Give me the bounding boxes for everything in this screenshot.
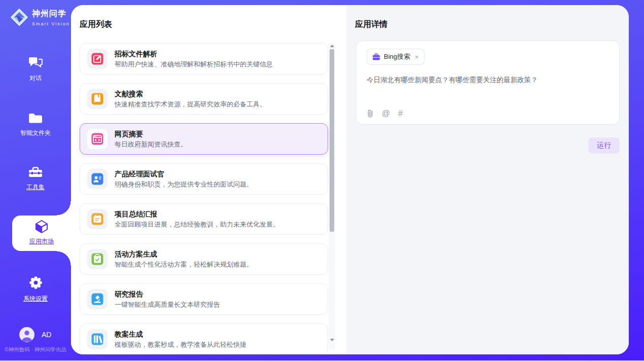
app-card-title: 产品经理面试官	[115, 169, 253, 178]
copyright-text: ©神州数码 · 神州问学出品	[5, 346, 66, 353]
user-name: AD	[42, 331, 51, 339]
app-detail-title: 应用详情	[346, 5, 629, 29]
briefcase-icon	[372, 53, 380, 61]
hash-icon[interactable]: #	[398, 110, 403, 118]
user-account[interactable]: AD	[19, 327, 51, 342]
app-card-bid-parsing[interactable]: 招标文件解析 帮助用户快速、准确地理解和解析招标书中的关键信息	[80, 43, 328, 75]
at-icon[interactable]: @	[382, 110, 390, 118]
query-input[interactable]: 今日湖北有哪些新闻要点？有哪些需要关注的最新政策？	[367, 75, 609, 85]
app-card-project-summary[interactable]: 项目总结汇报 全面回顾项目进展，总结经验教训，助力未来优化发展。	[80, 203, 328, 235]
sidebar-item-label: 对话	[0, 74, 71, 83]
sidebar-item-label: 智能文件夹	[0, 129, 71, 137]
app-card-desc: 智能生成个性化活动方案，轻松解决规划难题。	[115, 260, 253, 269]
app-card-title: 项目总结汇报	[115, 209, 279, 219]
close-icon[interactable]: ×	[415, 54, 419, 60]
app-card-lesson-plan[interactable]: 教案生成 模板驱动，教案秒成，教学准备从此轻松快捷	[80, 323, 328, 354]
sidebar-item-smart-folder[interactable]: 智能文件夹	[0, 113, 71, 137]
toolbox-icon	[28, 166, 43, 180]
app-card-title: 网页摘要	[115, 129, 187, 138]
app-card-desc: 模板驱动，教案秒成，教学准备从此轻松快捷	[115, 340, 246, 349]
scroll-up-arrow-icon[interactable]	[330, 45, 334, 47]
summary-note-icon	[87, 209, 108, 229]
app-list-title: 应用列表	[71, 5, 346, 29]
app-card-desc: 快速精准查找学术资源，提高研究效率的必备工具。	[115, 100, 266, 108]
app-card-desc: 全面回顾项目进展，总结经验教训，助力未来优化发展。	[115, 220, 279, 229]
edit-document-icon	[87, 49, 108, 69]
app-window: 神州问学 Smart Vision 对话 智能文件夹	[0, 0, 644, 362]
app-card-literature-search[interactable]: 文献搜索 快速精准查找学术资源，提高研究效率的必备工具。	[80, 83, 328, 115]
gear-icon	[28, 275, 43, 292]
browser-code-icon	[87, 129, 108, 149]
sidebar: 神州问学 Smart Vision 对话 智能文件夹	[0, 0, 71, 360]
app-card-desc: 帮助用户快速、准确地理解和解析招标书中的关键信息	[115, 60, 273, 68]
sidebar-item-label: 应用市场	[12, 237, 71, 246]
app-card-title: 招标文件解析	[115, 49, 273, 58]
diamond-logo-icon	[10, 8, 28, 28]
microscope-icon	[87, 289, 108, 309]
sidebar-item-label: 工具集	[0, 183, 71, 192]
app-card-title: 文献搜索	[115, 89, 266, 98]
cube-icon	[34, 219, 49, 236]
sidebar-item-chat[interactable]: 对话	[0, 57, 71, 83]
scrollbar-thumb[interactable]	[330, 49, 334, 232]
sidebar-item-app-market[interactable]: 应用市场	[12, 215, 71, 251]
app-card-desc: 每日政府新闻资讯快查。	[115, 140, 187, 149]
app-card-desc: 一键智能生成高质量长文本研究报告	[115, 300, 220, 309]
brand-logo: 神州问学 Smart Vision	[10, 8, 71, 28]
query-input-card[interactable]: Bing搜索 × 今日湖北有哪些新闻要点？有哪些需要关注的最新政策？ @ #	[356, 41, 620, 125]
interviewer-icon	[87, 169, 108, 189]
paperclip-icon[interactable]	[367, 109, 374, 118]
chat-icon	[28, 57, 43, 71]
app-card-web-summary[interactable]: 网页摘要 每日政府新闻资讯快查。	[80, 123, 328, 155]
tool-chip-label: Bing搜索	[384, 52, 410, 61]
list-scrollbar[interactable]	[329, 43, 335, 350]
run-button[interactable]: 运行	[588, 137, 620, 154]
folder-icon	[28, 113, 43, 126]
user-avatar-icon	[19, 327, 34, 342]
app-list-panel: 应用列表 招标文件解析 帮助用户快速、准确地理解和解析招标书中的关键信息	[71, 5, 346, 354]
app-card-title: 研究报告	[115, 289, 220, 299]
app-card-event-plan[interactable]: 活动方案生成 智能生成个性化活动方案，轻松解决规划难题。	[80, 243, 328, 275]
app-cards: 招标文件解析 帮助用户快速、准确地理解和解析招标书中的关键信息	[71, 29, 346, 354]
sidebar-item-settings[interactable]: 系统设置	[0, 275, 71, 303]
brand-name: 神州问学	[32, 9, 66, 18]
app-detail-panel: 应用详情 Bing搜索 × 今日湖北有哪些新闻要点？有哪些需要关注的最新政策？	[346, 5, 629, 354]
clipboard-check-icon	[87, 249, 108, 269]
app-card-title: 教案生成	[115, 330, 246, 339]
book-icon	[87, 89, 108, 109]
brand-subtitle: Smart Vision	[32, 21, 70, 26]
sidebar-item-toolset[interactable]: 工具集	[0, 166, 71, 192]
sidebar-item-label: 系统设置	[0, 295, 71, 303]
app-card-title: 活动方案生成	[115, 249, 253, 259]
content-area: 应用列表 招标文件解析 帮助用户快速、准确地理解和解析招标书中的关键信息	[71, 5, 629, 354]
input-toolbar: @ #	[367, 109, 403, 118]
app-card-research-report[interactable]: 研究报告 一键智能生成高质量长文本研究报告	[80, 283, 328, 315]
app-card-desc: 明确身份和职责，为您提供专业性的面试问题。	[115, 180, 253, 189]
app-card-pm-interviewer[interactable]: 产品经理面试官 明确身份和职责，为您提供专业性的面试问题。	[80, 163, 328, 195]
scroll-down-arrow-icon[interactable]	[330, 339, 334, 341]
tool-chip-bing-search[interactable]: Bing搜索 ×	[367, 49, 424, 65]
books-icon	[87, 329, 108, 349]
